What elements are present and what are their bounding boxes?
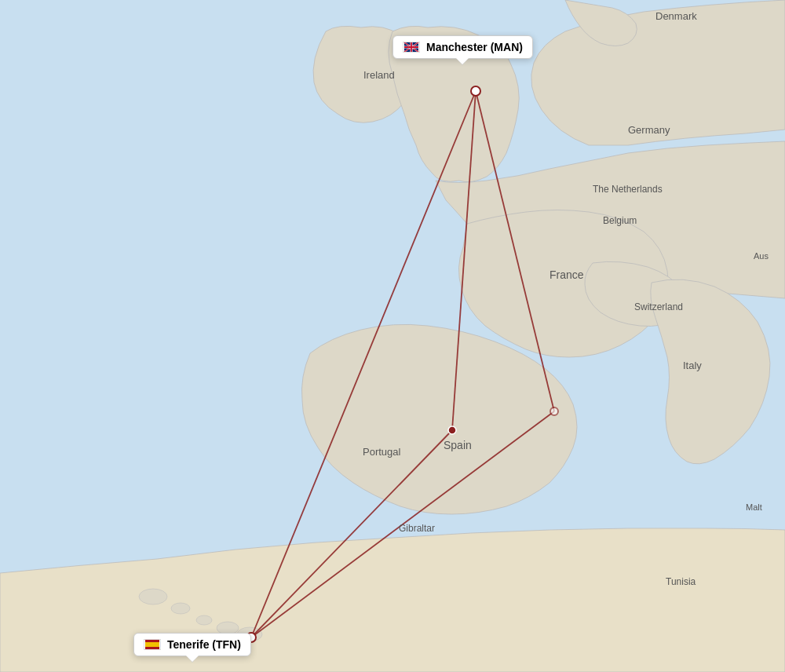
tenerife-label: Tenerife (TFN) <box>167 638 241 651</box>
svg-text:Portugal: Portugal <box>363 446 401 458</box>
svg-text:Italy: Italy <box>683 360 702 371</box>
svg-text:Gibraltar: Gibraltar <box>399 523 435 534</box>
map-container: Ireland Denmark Germany The Netherlands … <box>0 0 785 672</box>
svg-text:Belgium: Belgium <box>603 215 637 226</box>
svg-text:Spain: Spain <box>444 439 472 451</box>
svg-text:Aus: Aus <box>754 251 769 261</box>
manchester-label: Manchester (MAN) <box>426 41 523 53</box>
svg-text:Tunisia: Tunisia <box>666 576 696 587</box>
svg-text:Malt: Malt <box>746 502 762 512</box>
svg-text:The Netherlands: The Netherlands <box>593 184 663 195</box>
svg-point-1 <box>139 589 167 604</box>
ireland-label: Ireland <box>363 69 395 81</box>
svg-text:France: France <box>550 268 584 281</box>
manchester-popup[interactable]: Manchester (MAN) <box>392 35 533 59</box>
svg-text:Germany: Germany <box>628 124 670 136</box>
tenerife-popup[interactable]: Tenerife (TFN) <box>133 633 251 656</box>
svg-point-13 <box>550 407 558 415</box>
svg-rect-30 <box>145 642 159 647</box>
svg-point-11 <box>471 86 480 96</box>
uk-flag-icon <box>403 42 420 53</box>
svg-point-12 <box>448 426 456 434</box>
spain-flag-icon <box>144 639 161 650</box>
svg-text:Switzerland: Switzerland <box>634 301 683 312</box>
svg-point-2 <box>171 603 190 614</box>
svg-text:Denmark: Denmark <box>655 10 697 22</box>
flight-map: Ireland Denmark Germany The Netherlands … <box>0 0 785 672</box>
svg-point-3 <box>196 615 212 625</box>
